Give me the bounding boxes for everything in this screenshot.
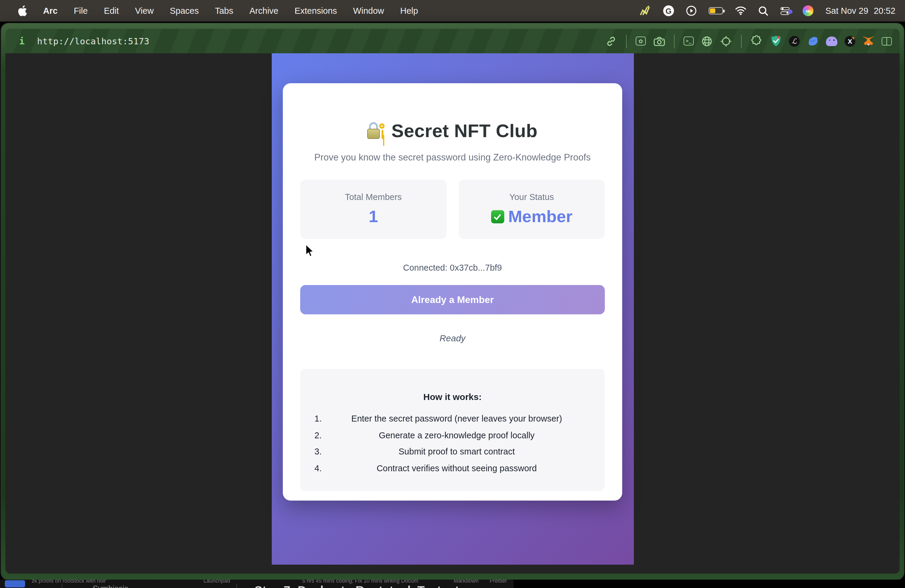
- how-step-1: Enter the secret password (never leaves …: [324, 414, 589, 423]
- member-status-value: Member: [491, 207, 573, 226]
- activity-chart-icon[interactable]: [639, 5, 651, 17]
- macos-menu-bar: Arc File Edit View Spaces Tabs Archive E…: [0, 0, 905, 22]
- devtools-terminal-icon[interactable]: >_: [684, 37, 694, 46]
- toolbar-divider: [741, 35, 741, 48]
- web-page-content: Secret NFT Club Prove you know the secre…: [5, 53, 900, 574]
- divider: [62, 584, 62, 588]
- menu-item-extensions[interactable]: Extensions: [294, 6, 337, 16]
- status-text: Ready: [300, 333, 605, 343]
- menu-item-archive[interactable]: Archive: [249, 6, 279, 16]
- page-title: Secret NFT Club: [300, 120, 605, 142]
- grammarly-icon[interactable]: G: [663, 5, 674, 16]
- screenshot-camera-icon[interactable]: [653, 35, 665, 47]
- total-members-box: Total Members 1: [300, 180, 446, 239]
- status-formatter-label[interactable]: Prettier: [490, 580, 507, 584]
- status-language-label[interactable]: Markdown: [454, 580, 478, 584]
- check-mark-emoji: [491, 210, 504, 223]
- menu-item-help[interactable]: Help: [400, 6, 418, 16]
- bluebird-icon[interactable]: [807, 35, 819, 47]
- background-window-strip: zk proofs on rootstock with noir Launchp…: [0, 580, 905, 588]
- color-wheel-icon[interactable]: ∞: [803, 5, 813, 16]
- extensions-puzzle-icon[interactable]: [751, 35, 762, 47]
- already-a-member-button[interactable]: Already a Member: [300, 285, 605, 315]
- play-circle-icon[interactable]: [686, 5, 697, 17]
- editor-status-row: zk proofs on rootstock with noir Launchp…: [0, 580, 514, 584]
- connected-address: Connected: 0x37cb...7bf9: [300, 263, 605, 272]
- toolbar-divider: [674, 35, 675, 48]
- wifi-icon[interactable]: [735, 5, 746, 17]
- editor-status-bar: zk proofs on rootstock with noir Launchp…: [0, 580, 514, 588]
- stat-label: Your Status: [510, 192, 554, 202]
- menu-item-edit[interactable]: Edit: [104, 6, 119, 16]
- mouse-cursor: [305, 244, 316, 258]
- x-wallet-icon[interactable]: X: [845, 36, 855, 46]
- stat-label: Total Members: [345, 192, 402, 202]
- how-it-works-box: How it works: Enter the secret password …: [300, 369, 605, 491]
- control-center-icon[interactable]: [781, 7, 791, 15]
- menu-item-view[interactable]: View: [135, 6, 154, 16]
- menu-bar-time: 20:52: [873, 6, 895, 16]
- link-icon[interactable]: [605, 35, 617, 47]
- background-tab-title[interactable]: Symbiosis: [93, 584, 129, 588]
- status-time-label[interactable]: 5 hrs 45 mins coding; Fix 10 mins writin…: [302, 580, 418, 584]
- target-icon[interactable]: [720, 35, 732, 47]
- apple-logo-icon[interactable]: [18, 5, 27, 17]
- your-status-box: Your Status Member: [459, 180, 605, 239]
- menu-bar-clock[interactable]: Sat Nov 29 20:52: [826, 6, 895, 16]
- adguard-shield-icon[interactable]: [770, 35, 782, 47]
- loom-icon[interactable]: ℒ: [789, 36, 800, 46]
- phantom-wallet-icon[interactable]: [826, 36, 837, 46]
- how-step-2: Generate a zero-knowledge proof locally: [324, 430, 589, 440]
- menu-app-name[interactable]: Arc: [43, 6, 57, 16]
- metamask-fox-icon[interactable]: [862, 35, 875, 47]
- desktop: Arc File Edit View Spaces Tabs Archive E…: [0, 0, 905, 588]
- lock-with-key-emoji: [367, 122, 386, 140]
- globe-icon[interactable]: [701, 35, 713, 47]
- site-info-icon[interactable]: i: [19, 36, 25, 46]
- total-members-value: 1: [369, 207, 378, 226]
- url-text[interactable]: http://localhost:5173: [37, 36, 149, 46]
- how-it-works-heading: How it works:: [300, 392, 605, 402]
- how-step-3: Submit proof to smart contract: [324, 447, 589, 456]
- browser-url-bar: i http://localhost:5173 ✿ >_: [5, 29, 900, 53]
- menu-item-file[interactable]: File: [74, 6, 88, 16]
- menu-bar-date: Sat Nov 29: [826, 6, 868, 16]
- toolbar-divider: [626, 35, 627, 48]
- how-it-works-list: Enter the secret password (never leaves …: [300, 414, 605, 473]
- background-doc-heading: Step 7: Deploy to Rootstock Testnet: [254, 584, 459, 588]
- status-branch-label[interactable]: zk proofs on rootstock with noir: [32, 580, 106, 584]
- browser-window: i http://localhost:5173 ✿ >_: [1, 23, 904, 580]
- secret-nft-club-card: Secret NFT Club Prove you know the secre…: [283, 83, 622, 501]
- divider: [237, 584, 237, 588]
- split-view-icon[interactable]: [882, 37, 892, 45]
- picture-in-picture-icon[interactable]: ✿: [636, 37, 646, 46]
- menu-item-window[interactable]: Window: [353, 6, 384, 16]
- page-subtitle: Prove you know the secret password using…: [300, 152, 605, 163]
- stats-row: Total Members 1 Your Status Member: [300, 180, 605, 239]
- battery-icon[interactable]: [709, 7, 723, 14]
- remote-badge[interactable]: [5, 580, 25, 587]
- menu-item-tabs[interactable]: Tabs: [215, 6, 233, 16]
- status-launchpad-label[interactable]: Launchpad: [203, 580, 230, 584]
- spotlight-search-icon[interactable]: [758, 5, 768, 17]
- how-step-4: Contract verifies without seeing passwor…: [324, 463, 589, 473]
- menu-item-spaces[interactable]: Spaces: [170, 6, 199, 16]
